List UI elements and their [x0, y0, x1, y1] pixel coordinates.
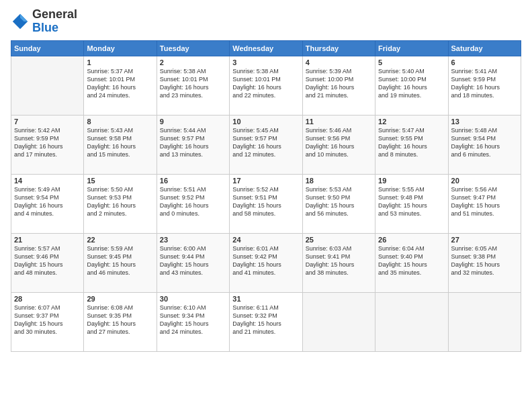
logo: GeneralBlue [11, 8, 77, 35]
day-info: Sunrise: 5:42 AMSunset: 9:59 PMDaylight:… [14, 126, 81, 159]
calendar-cell: 12Sunrise: 5:47 AMSunset: 9:55 PMDayligh… [375, 115, 448, 174]
column-header-tuesday: Tuesday [157, 40, 229, 56]
day-number: 23 [160, 236, 226, 244]
calendar-cell: 30Sunrise: 6:10 AMSunset: 9:34 PMDayligh… [157, 292, 229, 351]
day-info: Sunrise: 5:44 AMSunset: 9:57 PMDaylight:… [160, 126, 226, 159]
day-info: Sunrise: 6:04 AMSunset: 9:40 PMDaylight:… [378, 244, 445, 277]
day-number: 28 [14, 295, 81, 303]
day-number: 6 [451, 58, 518, 66]
column-header-wednesday: Wednesday [230, 40, 302, 56]
day-info: Sunrise: 6:08 AMSunset: 9:35 PMDaylight:… [87, 304, 153, 336]
calendar-week-2: 7Sunrise: 5:42 AMSunset: 9:59 PMDaylight… [11, 115, 521, 174]
logo-icon [11, 12, 30, 31]
day-info: Sunrise: 6:07 AMSunset: 9:37 PMDaylight:… [14, 304, 81, 336]
calendar-cell: 26Sunrise: 6:04 AMSunset: 9:40 PMDayligh… [375, 233, 448, 292]
day-info: Sunrise: 5:50 AMSunset: 9:53 PMDaylight:… [87, 185, 153, 218]
calendar-cell: 22Sunrise: 5:59 AMSunset: 9:45 PMDayligh… [84, 233, 157, 292]
calendar-cell: 16Sunrise: 5:51 AMSunset: 9:52 PMDayligh… [157, 174, 229, 233]
day-info: Sunrise: 5:53 AMSunset: 9:50 PMDaylight:… [306, 185, 372, 218]
calendar-cell: 31Sunrise: 6:11 AMSunset: 9:32 PMDayligh… [230, 292, 302, 351]
calendar-cell [11, 56, 84, 115]
day-number: 1 [87, 58, 153, 66]
calendar-cell: 11Sunrise: 5:46 AMSunset: 9:56 PMDayligh… [302, 115, 375, 174]
calendar-cell: 18Sunrise: 5:53 AMSunset: 9:50 PMDayligh… [302, 174, 375, 233]
day-number: 13 [451, 118, 518, 126]
day-number: 5 [378, 58, 445, 66]
day-number: 15 [87, 177, 153, 185]
column-header-friday: Friday [375, 40, 448, 56]
calendar-cell: 5Sunrise: 5:40 AMSunset: 10:00 PMDayligh… [375, 56, 448, 115]
calendar-header-row: SundayMondayTuesdayWednesdayThursdayFrid… [11, 40, 521, 56]
day-info: Sunrise: 6:05 AMSunset: 9:38 PMDaylight:… [451, 244, 518, 277]
day-number: 2 [160, 58, 226, 66]
day-info: Sunrise: 5:37 AMSunset: 10:01 PMDaylight… [87, 67, 153, 100]
day-number: 8 [87, 118, 153, 126]
calendar-cell: 3Sunrise: 5:38 AMSunset: 10:01 PMDayligh… [230, 56, 302, 115]
column-header-saturday: Saturday [448, 40, 521, 56]
calendar-cell: 1Sunrise: 5:37 AMSunset: 10:01 PMDayligh… [84, 56, 157, 115]
day-number: 29 [87, 295, 153, 303]
day-number: 25 [306, 236, 372, 244]
calendar-cell: 20Sunrise: 5:56 AMSunset: 9:47 PMDayligh… [448, 174, 521, 233]
day-number: 18 [306, 177, 372, 185]
day-info: Sunrise: 5:46 AMSunset: 9:56 PMDaylight:… [306, 126, 372, 159]
day-info: Sunrise: 5:43 AMSunset: 9:58 PMDaylight:… [87, 126, 153, 159]
day-info: Sunrise: 5:56 AMSunset: 9:47 PMDaylight:… [451, 185, 518, 218]
day-info: Sunrise: 5:38 AMSunset: 10:01 PMDaylight… [232, 67, 299, 100]
column-header-sunday: Sunday [11, 40, 84, 56]
day-info: Sunrise: 5:51 AMSunset: 9:52 PMDaylight:… [160, 185, 226, 218]
calendar-table: SundayMondayTuesdayWednesdayThursdayFrid… [11, 40, 521, 352]
day-info: Sunrise: 5:41 AMSunset: 9:59 PMDaylight:… [451, 67, 518, 100]
calendar-cell: 9Sunrise: 5:44 AMSunset: 9:57 PMDaylight… [157, 115, 229, 174]
day-info: Sunrise: 6:11 AMSunset: 9:32 PMDaylight:… [232, 304, 299, 336]
day-info: Sunrise: 5:48 AMSunset: 9:54 PMDaylight:… [451, 126, 518, 159]
day-info: Sunrise: 5:45 AMSunset: 9:57 PMDaylight:… [232, 126, 299, 159]
calendar-cell: 29Sunrise: 6:08 AMSunset: 9:35 PMDayligh… [84, 292, 157, 351]
column-header-monday: Monday [84, 40, 157, 56]
day-number: 14 [14, 177, 81, 185]
calendar-cell: 7Sunrise: 5:42 AMSunset: 9:59 PMDaylight… [11, 115, 84, 174]
day-info: Sunrise: 5:59 AMSunset: 9:45 PMDaylight:… [87, 244, 153, 277]
day-info: Sunrise: 6:01 AMSunset: 9:42 PMDaylight:… [232, 244, 299, 277]
calendar-cell: 24Sunrise: 6:01 AMSunset: 9:42 PMDayligh… [230, 233, 302, 292]
day-info: Sunrise: 6:10 AMSunset: 9:34 PMDaylight:… [160, 304, 226, 336]
day-number: 17 [232, 177, 299, 185]
header: GeneralBlue [11, 8, 521, 35]
day-info: Sunrise: 6:00 AMSunset: 9:44 PMDaylight:… [160, 244, 226, 277]
calendar-cell: 13Sunrise: 5:48 AMSunset: 9:54 PMDayligh… [448, 115, 521, 174]
logo-text: GeneralBlue [32, 8, 77, 35]
page: GeneralBlue SundayMondayTuesdayWednesday… [0, 0, 532, 411]
calendar-week-1: 1Sunrise: 5:37 AMSunset: 10:01 PMDayligh… [11, 56, 521, 115]
day-number: 20 [451, 177, 518, 185]
calendar-cell: 17Sunrise: 5:52 AMSunset: 9:51 PMDayligh… [230, 174, 302, 233]
calendar-cell: 19Sunrise: 5:55 AMSunset: 9:48 PMDayligh… [375, 174, 448, 233]
day-info: Sunrise: 5:38 AMSunset: 10:01 PMDaylight… [160, 67, 226, 100]
day-number: 24 [232, 236, 299, 244]
calendar-cell [448, 292, 521, 351]
calendar-cell: 6Sunrise: 5:41 AMSunset: 9:59 PMDaylight… [448, 56, 521, 115]
day-info: Sunrise: 5:47 AMSunset: 9:55 PMDaylight:… [378, 126, 445, 159]
calendar-cell [375, 292, 448, 351]
column-header-thursday: Thursday [302, 40, 375, 56]
day-info: Sunrise: 5:55 AMSunset: 9:48 PMDaylight:… [378, 185, 445, 218]
day-number: 31 [232, 295, 299, 303]
calendar-week-3: 14Sunrise: 5:49 AMSunset: 9:54 PMDayligh… [11, 174, 521, 233]
day-info: Sunrise: 5:39 AMSunset: 10:00 PMDaylight… [306, 67, 372, 100]
calendar-cell: 28Sunrise: 6:07 AMSunset: 9:37 PMDayligh… [11, 292, 84, 351]
calendar-cell: 27Sunrise: 6:05 AMSunset: 9:38 PMDayligh… [448, 233, 521, 292]
day-number: 21 [14, 236, 81, 244]
calendar-cell: 14Sunrise: 5:49 AMSunset: 9:54 PMDayligh… [11, 174, 84, 233]
calendar-cell: 21Sunrise: 5:57 AMSunset: 9:46 PMDayligh… [11, 233, 84, 292]
day-number: 12 [378, 118, 445, 126]
calendar-cell: 15Sunrise: 5:50 AMSunset: 9:53 PMDayligh… [84, 174, 157, 233]
calendar-week-5: 28Sunrise: 6:07 AMSunset: 9:37 PMDayligh… [11, 292, 521, 351]
day-info: Sunrise: 5:52 AMSunset: 9:51 PMDaylight:… [232, 185, 299, 218]
day-info: Sunrise: 5:49 AMSunset: 9:54 PMDaylight:… [14, 185, 81, 218]
day-number: 27 [451, 236, 518, 244]
day-number: 11 [306, 118, 372, 126]
day-number: 3 [232, 58, 299, 66]
calendar-cell: 8Sunrise: 5:43 AMSunset: 9:58 PMDaylight… [84, 115, 157, 174]
calendar-cell: 10Sunrise: 5:45 AMSunset: 9:57 PMDayligh… [230, 115, 302, 174]
day-info: Sunrise: 5:40 AMSunset: 10:00 PMDaylight… [378, 67, 445, 100]
day-info: Sunrise: 6:03 AMSunset: 9:41 PMDaylight:… [306, 244, 372, 277]
